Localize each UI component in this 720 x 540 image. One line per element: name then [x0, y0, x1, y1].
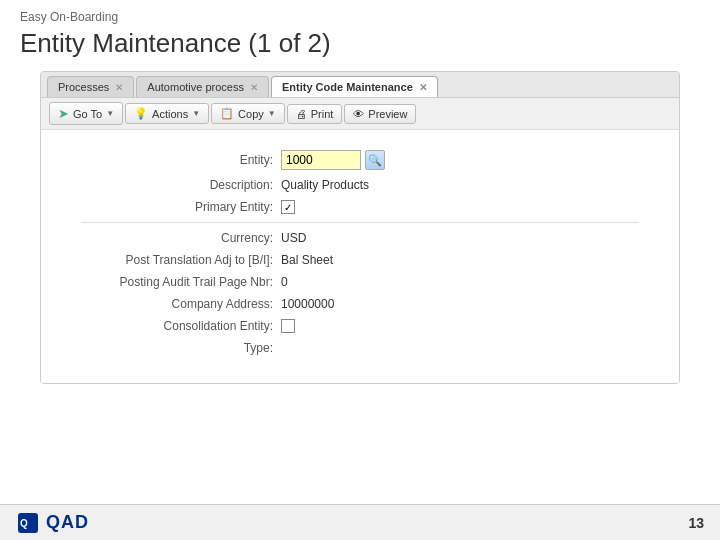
post-translation-label: Post Translation Adj to [B/I]:	[81, 253, 281, 267]
tab-processes-label: Processes	[58, 81, 109, 93]
form-area: Entity: 🔍 Description: Quality Products …	[41, 130, 679, 383]
print-button[interactable]: 🖨 Print	[287, 104, 343, 124]
header: Easy On-Boarding Entity Maintenance (1 o…	[0, 0, 720, 71]
preview-label: Preview	[368, 108, 407, 120]
currency-label: Currency:	[81, 231, 281, 245]
page-number: 13	[688, 515, 704, 531]
tab-entity-code[interactable]: Entity Code Maintenance ✕	[271, 76, 438, 97]
entity-search-icon[interactable]: 🔍	[365, 150, 385, 170]
goto-button[interactable]: ➤ Go To ▼	[49, 102, 123, 125]
print-icon: 🖨	[296, 108, 307, 120]
tab-automotive-close[interactable]: ✕	[250, 82, 258, 93]
consolidation-checkbox[interactable]	[281, 319, 295, 333]
company-address-label: Company Address:	[81, 297, 281, 311]
post-translation-value: Bal Sheet	[281, 253, 333, 267]
currency-value: USD	[281, 231, 306, 245]
type-label: Type:	[81, 341, 281, 355]
entity-row: Entity: 🔍	[81, 150, 639, 170]
goto-dropdown-icon: ▼	[106, 109, 114, 118]
goto-icon: ➤	[58, 106, 69, 121]
currency-row: Currency: USD	[81, 231, 639, 245]
qad-logo-icon: Q	[16, 511, 40, 535]
description-label: Description:	[81, 178, 281, 192]
tab-entity-code-label: Entity Code Maintenance	[282, 81, 413, 93]
copy-icon: 📋	[220, 107, 234, 120]
consolidation-row: Consolidation Entity:	[81, 319, 639, 333]
copy-button[interactable]: 📋 Copy ▼	[211, 103, 285, 124]
actions-dropdown-icon: ▼	[192, 109, 200, 118]
post-translation-row: Post Translation Adj to [B/I]: Bal Sheet	[81, 253, 639, 267]
entity-input[interactable]	[281, 150, 361, 170]
footer: Q QAD 13	[0, 504, 720, 540]
goto-label: Go To	[73, 108, 102, 120]
posting-audit-row: Posting Audit Trail Page Nbr: 0	[81, 275, 639, 289]
preview-icon: 👁	[353, 108, 364, 120]
qad-logo: Q QAD	[16, 511, 89, 535]
preview-button[interactable]: 👁 Preview	[344, 104, 416, 124]
main-panel: Processes ✕ Automotive process ✕ Entity …	[40, 71, 680, 384]
posting-audit-value: 0	[281, 275, 288, 289]
actions-icon: 💡	[134, 107, 148, 120]
page-title: Entity Maintenance (1 of 2)	[20, 28, 700, 59]
tab-automotive[interactable]: Automotive process ✕	[136, 76, 269, 97]
description-row: Description: Quality Products	[81, 178, 639, 192]
description-value: Quality Products	[281, 178, 369, 192]
subtitle: Easy On-Boarding	[20, 10, 700, 24]
tab-automotive-label: Automotive process	[147, 81, 244, 93]
print-label: Print	[311, 108, 334, 120]
tab-processes-close[interactable]: ✕	[115, 82, 123, 93]
actions-button[interactable]: 💡 Actions ▼	[125, 103, 209, 124]
svg-text:Q: Q	[20, 518, 28, 529]
posting-audit-label: Posting Audit Trail Page Nbr:	[81, 275, 281, 289]
primary-entity-row: Primary Entity: ✓	[81, 200, 639, 214]
copy-dropdown-icon: ▼	[268, 109, 276, 118]
primary-entity-label: Primary Entity:	[81, 200, 281, 214]
company-address-row: Company Address: 10000000	[81, 297, 639, 311]
type-row: Type:	[81, 341, 639, 355]
actions-label: Actions	[152, 108, 188, 120]
primary-entity-checkbox[interactable]: ✓	[281, 200, 295, 214]
qad-text: QAD	[46, 512, 89, 533]
entity-label: Entity:	[81, 153, 281, 167]
consolidation-label: Consolidation Entity:	[81, 319, 281, 333]
tab-entity-code-close[interactable]: ✕	[419, 82, 427, 93]
tab-processes[interactable]: Processes ✕	[47, 76, 134, 97]
tab-bar: Processes ✕ Automotive process ✕ Entity …	[41, 72, 679, 98]
company-address-value: 10000000	[281, 297, 334, 311]
section-divider	[81, 222, 639, 223]
copy-label: Copy	[238, 108, 264, 120]
toolbar: ➤ Go To ▼ 💡 Actions ▼ 📋 Copy ▼ 🖨 Print 👁…	[41, 98, 679, 130]
